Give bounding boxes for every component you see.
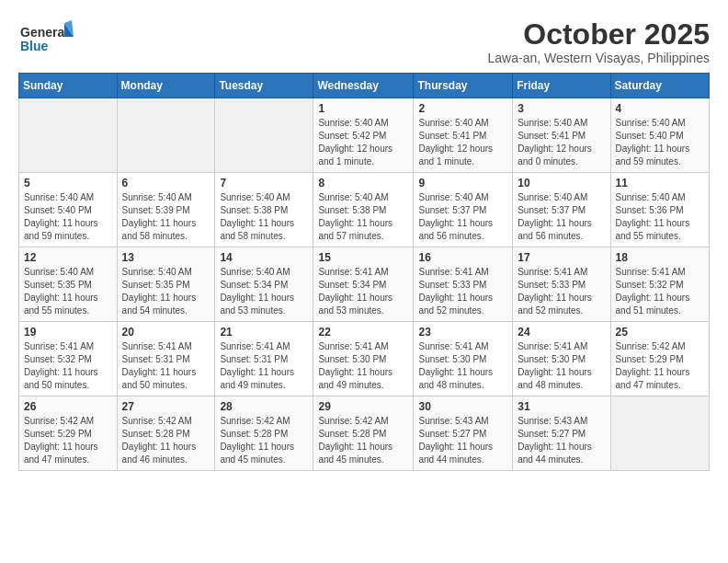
- day-info: Sunrise: 5:40 AMSunset: 5:36 PMDaylight:…: [616, 191, 704, 243]
- day-number: 29: [318, 400, 408, 413]
- day-number: 19: [24, 326, 112, 339]
- day-number: 18: [616, 251, 704, 264]
- calendar-cell: 28Sunrise: 5:42 AMSunset: 5:28 PMDayligh…: [215, 396, 313, 471]
- day-number: 25: [616, 326, 704, 339]
- calendar-cell: 1Sunrise: 5:40 AMSunset: 5:42 PMDaylight…: [313, 98, 414, 173]
- weekday-header: Sunday: [19, 74, 118, 98]
- day-number: 17: [518, 251, 605, 264]
- day-number: 13: [122, 251, 210, 264]
- day-number: 16: [418, 251, 507, 264]
- day-info: Sunrise: 5:40 AMSunset: 5:40 PMDaylight:…: [616, 117, 704, 168]
- day-number: 14: [220, 251, 308, 264]
- weekday-header: Wednesday: [313, 74, 414, 98]
- day-number: 30: [418, 400, 507, 413]
- day-info: Sunrise: 5:42 AMSunset: 5:28 PMDaylight:…: [122, 415, 210, 466]
- day-info: Sunrise: 5:42 AMSunset: 5:29 PMDaylight:…: [24, 415, 112, 466]
- calendar-table: SundayMondayTuesdayWednesdayThursdayFrid…: [18, 73, 710, 471]
- day-number: 8: [318, 177, 408, 190]
- day-info: Sunrise: 5:40 AMSunset: 5:38 PMDaylight:…: [318, 191, 408, 243]
- day-info: Sunrise: 5:40 AMSunset: 5:35 PMDaylight:…: [24, 266, 112, 317]
- day-number: 31: [518, 400, 605, 413]
- calendar-cell: 9Sunrise: 5:40 AMSunset: 5:37 PMDaylight…: [414, 173, 513, 247]
- day-number: 5: [24, 177, 112, 190]
- day-info: Sunrise: 5:40 AMSunset: 5:37 PMDaylight:…: [418, 191, 507, 243]
- calendar-cell: [215, 98, 313, 173]
- calendar-cell: [19, 98, 118, 173]
- calendar-week-row: 12Sunrise: 5:40 AMSunset: 5:35 PMDayligh…: [19, 247, 710, 322]
- calendar-cell: 21Sunrise: 5:41 AMSunset: 5:31 PMDayligh…: [215, 322, 313, 396]
- day-number: 20: [122, 326, 210, 339]
- day-info: Sunrise: 5:40 AMSunset: 5:40 PMDaylight:…: [24, 191, 112, 243]
- calendar-cell: 13Sunrise: 5:40 AMSunset: 5:35 PMDayligh…: [117, 247, 215, 322]
- calendar-cell: 6Sunrise: 5:40 AMSunset: 5:39 PMDaylight…: [117, 173, 215, 247]
- day-info: Sunrise: 5:40 AMSunset: 5:39 PMDaylight:…: [122, 191, 210, 243]
- calendar-cell: 7Sunrise: 5:40 AMSunset: 5:38 PMDaylight…: [215, 173, 313, 247]
- day-info: Sunrise: 5:41 AMSunset: 5:33 PMDaylight:…: [518, 266, 605, 317]
- day-number: 15: [318, 251, 408, 264]
- day-info: Sunrise: 5:40 AMSunset: 5:34 PMDaylight:…: [220, 266, 308, 317]
- calendar-week-row: 5Sunrise: 5:40 AMSunset: 5:40 PMDaylight…: [19, 173, 710, 247]
- calendar-cell: 4Sunrise: 5:40 AMSunset: 5:40 PMDaylight…: [610, 98, 709, 173]
- weekday-header: Friday: [513, 74, 610, 98]
- weekday-header: Saturday: [610, 74, 709, 98]
- calendar-cell: [610, 396, 709, 471]
- logo-image: General Blue: [18, 18, 74, 63]
- day-info: Sunrise: 5:41 AMSunset: 5:31 PMDaylight:…: [122, 340, 210, 392]
- day-info: Sunrise: 5:41 AMSunset: 5:30 PMDaylight:…: [318, 340, 408, 392]
- day-info: Sunrise: 5:41 AMSunset: 5:30 PMDaylight:…: [518, 340, 605, 392]
- svg-text:General: General: [20, 25, 68, 40]
- day-number: 6: [122, 177, 210, 190]
- day-number: 1: [318, 102, 408, 115]
- calendar-cell: 27Sunrise: 5:42 AMSunset: 5:28 PMDayligh…: [117, 396, 215, 471]
- day-info: Sunrise: 5:43 AMSunset: 5:27 PMDaylight:…: [518, 415, 605, 466]
- day-info: Sunrise: 5:40 AMSunset: 5:41 PMDaylight:…: [518, 117, 605, 168]
- calendar-week-row: 19Sunrise: 5:41 AMSunset: 5:32 PMDayligh…: [19, 322, 710, 396]
- calendar-cell: 15Sunrise: 5:41 AMSunset: 5:34 PMDayligh…: [313, 247, 414, 322]
- calendar-cell: 26Sunrise: 5:42 AMSunset: 5:29 PMDayligh…: [19, 396, 118, 471]
- calendar-cell: 24Sunrise: 5:41 AMSunset: 5:30 PMDayligh…: [513, 322, 610, 396]
- calendar-cell: 29Sunrise: 5:42 AMSunset: 5:28 PMDayligh…: [313, 396, 414, 471]
- calendar-cell: 23Sunrise: 5:41 AMSunset: 5:30 PMDayligh…: [414, 322, 513, 396]
- day-number: 21: [220, 326, 308, 339]
- day-info: Sunrise: 5:40 AMSunset: 5:41 PMDaylight:…: [418, 117, 507, 168]
- day-number: 22: [318, 326, 408, 339]
- location-title: Lawa-an, Western Visayas, Philippines: [488, 51, 711, 65]
- page-container: General Blue October 2025 Lawa-an, Weste…: [0, 0, 728, 480]
- logo: General Blue: [18, 18, 74, 63]
- day-number: 2: [418, 102, 507, 115]
- calendar-cell: 5Sunrise: 5:40 AMSunset: 5:40 PMDaylight…: [19, 173, 118, 247]
- calendar-cell: 25Sunrise: 5:42 AMSunset: 5:29 PMDayligh…: [610, 322, 709, 396]
- weekday-header: Thursday: [414, 74, 513, 98]
- day-number: 7: [220, 177, 308, 190]
- day-info: Sunrise: 5:40 AMSunset: 5:35 PMDaylight:…: [122, 266, 210, 317]
- day-info: Sunrise: 5:41 AMSunset: 5:34 PMDaylight:…: [318, 266, 408, 317]
- calendar-week-row: 26Sunrise: 5:42 AMSunset: 5:29 PMDayligh…: [19, 396, 710, 471]
- calendar-cell: 18Sunrise: 5:41 AMSunset: 5:32 PMDayligh…: [610, 247, 709, 322]
- calendar-cell: 11Sunrise: 5:40 AMSunset: 5:36 PMDayligh…: [610, 173, 709, 247]
- month-title: October 2025: [488, 18, 711, 51]
- day-number: 4: [616, 102, 704, 115]
- day-info: Sunrise: 5:40 AMSunset: 5:37 PMDaylight:…: [518, 191, 605, 243]
- day-info: Sunrise: 5:42 AMSunset: 5:28 PMDaylight:…: [220, 415, 308, 466]
- calendar-cell: 19Sunrise: 5:41 AMSunset: 5:32 PMDayligh…: [19, 322, 118, 396]
- calendar-cell: 12Sunrise: 5:40 AMSunset: 5:35 PMDayligh…: [19, 247, 118, 322]
- day-number: 9: [418, 177, 507, 190]
- day-number: 24: [518, 326, 605, 339]
- day-number: 3: [518, 102, 605, 115]
- day-info: Sunrise: 5:43 AMSunset: 5:27 PMDaylight:…: [418, 415, 507, 466]
- day-info: Sunrise: 5:41 AMSunset: 5:30 PMDaylight:…: [418, 340, 507, 392]
- weekday-header: Monday: [117, 74, 215, 98]
- day-info: Sunrise: 5:40 AMSunset: 5:42 PMDaylight:…: [318, 117, 408, 168]
- day-info: Sunrise: 5:41 AMSunset: 5:33 PMDaylight:…: [418, 266, 507, 317]
- day-number: 11: [616, 177, 704, 190]
- calendar-cell: 20Sunrise: 5:41 AMSunset: 5:31 PMDayligh…: [117, 322, 215, 396]
- day-info: Sunrise: 5:42 AMSunset: 5:29 PMDaylight:…: [616, 340, 704, 392]
- day-number: 27: [122, 400, 210, 413]
- day-number: 12: [24, 251, 112, 264]
- day-info: Sunrise: 5:42 AMSunset: 5:28 PMDaylight:…: [318, 415, 408, 466]
- calendar-cell: 2Sunrise: 5:40 AMSunset: 5:41 PMDaylight…: [414, 98, 513, 173]
- calendar-cell: 3Sunrise: 5:40 AMSunset: 5:41 PMDaylight…: [513, 98, 610, 173]
- calendar-cell: 10Sunrise: 5:40 AMSunset: 5:37 PMDayligh…: [513, 173, 610, 247]
- day-number: 10: [518, 177, 605, 190]
- day-number: 28: [220, 400, 308, 413]
